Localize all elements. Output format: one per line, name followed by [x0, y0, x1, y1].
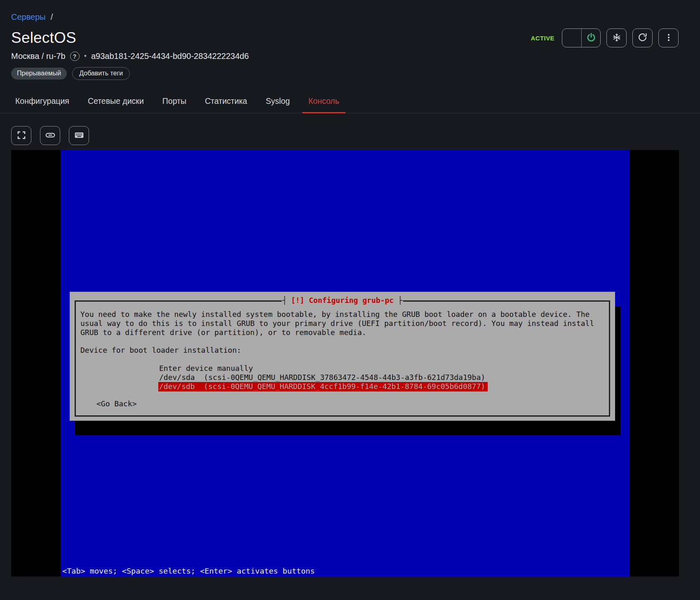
- page-title: SelectOS: [11, 29, 76, 47]
- breadcrumb: Серверы/: [0, 0, 700, 22]
- region-label: Москва / ru-7b: [11, 52, 66, 61]
- dialog-title: ┤[!] Configuring grub-pc├: [282, 295, 403, 305]
- tab-ports[interactable]: Порты: [162, 96, 186, 113]
- console-toolbar: [0, 113, 700, 145]
- breadcrumb-link-servers[interactable]: Серверы: [11, 12, 46, 21]
- option-dev-sdb-selected[interactable]: /dev/sdb (scsi-0QEMU_QEMU_HARDDISK_4ccf1…: [158, 382, 488, 391]
- server-uuid: a93ab181-2425-4434-bd90-2834222234d6: [91, 52, 249, 61]
- kebab-icon: [664, 33, 674, 44]
- tab-bar: Конфигурация Сетевые диски Порты Статист…: [0, 80, 700, 113]
- virtual-keyboard-button[interactable]: [69, 126, 89, 145]
- header-actions: ACTIVE: [531, 28, 679, 47]
- power-icon: [586, 32, 597, 44]
- keyboard-icon: [74, 130, 85, 142]
- console-link-button[interactable]: [40, 126, 60, 145]
- dialog-body-line: You need to make the newly installed sys…: [80, 310, 590, 319]
- add-tags-button[interactable]: Добавить теги: [72, 67, 130, 80]
- tab-network-disks[interactable]: Сетевые диски: [88, 96, 144, 113]
- help-icon[interactable]: ?: [70, 52, 80, 61]
- breadcrumb-separator: /: [51, 12, 53, 21]
- fullscreen-icon: [16, 130, 26, 141]
- tab-console[interactable]: Консоль: [308, 96, 339, 113]
- snowflake-icon: [612, 33, 622, 44]
- tag-badge: Прерываемый: [11, 68, 67, 80]
- link-icon: [45, 130, 56, 142]
- more-actions-button[interactable]: [658, 28, 679, 47]
- dialog-prompt: Device for boot loader installation:: [80, 346, 241, 354]
- go-back-button[interactable]: <Go Back>: [96, 400, 137, 408]
- freeze-button[interactable]: [606, 28, 627, 47]
- reboot-button[interactable]: [632, 28, 653, 47]
- fullscreen-button[interactable]: [11, 126, 31, 145]
- option-enter-device-manually[interactable]: Enter device manually: [159, 364, 253, 373]
- console-viewport: ┤[!] Configuring grub-pc├ You need to ma…: [11, 150, 679, 577]
- power-off-segment[interactable]: [562, 29, 581, 47]
- meta-bullet: •: [84, 52, 87, 61]
- tab-configuration[interactable]: Конфигурация: [15, 96, 69, 113]
- refresh-icon: [637, 32, 648, 44]
- status-badge: ACTIVE: [531, 35, 554, 42]
- page: Серверы/ SelectOS ACTIVE: [0, 0, 700, 577]
- power-button[interactable]: [581, 29, 600, 47]
- dialog-body-line: GRUB to a different drive (or partition)…: [80, 328, 366, 337]
- option-dev-sda[interactable]: /dev/sda (scsi-0QEMU_QEMU_HARDDISK_37863…: [159, 373, 485, 382]
- server-meta: Москва / ru-7b ? • a93ab181-2425-4434-bd…: [0, 47, 700, 61]
- vnc-screen[interactable]: ┤[!] Configuring grub-pc├ You need to ma…: [61, 150, 630, 577]
- tab-syslog[interactable]: Syslog: [265, 96, 290, 113]
- tab-statistics[interactable]: Статистика: [205, 96, 247, 113]
- power-split-control: [562, 28, 601, 47]
- dialog-body-line: usual way to do this is to install GRUB …: [80, 319, 594, 328]
- grub-dialog: ┤[!] Configuring grub-pc├ You need to ma…: [70, 292, 615, 421]
- installer-status-line: <Tab> moves; <Space> selects; <Enter> ac…: [62, 567, 315, 575]
